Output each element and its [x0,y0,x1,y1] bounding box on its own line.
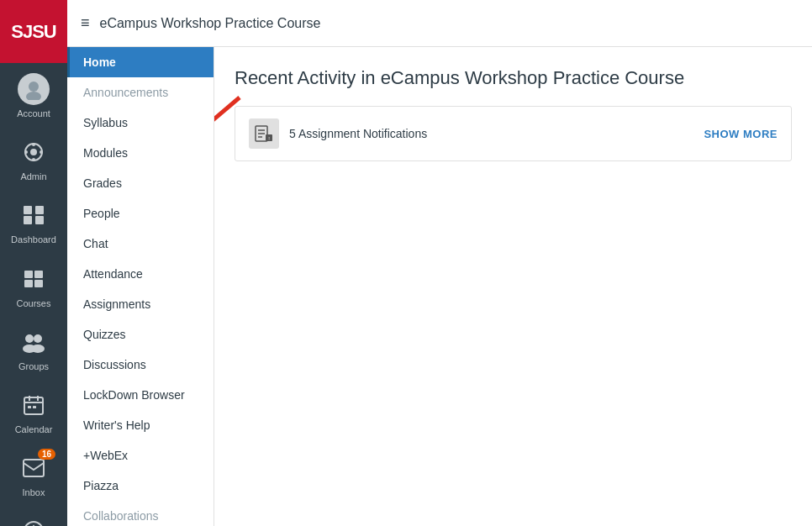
nav-people[interactable]: People [67,198,214,229]
dashboard-label: Dashboard [11,234,56,245]
svg-point-19 [31,345,45,353]
svg-rect-11 [35,216,44,224]
course-nav: Home Announcements Syllabus Modules Grad… [67,47,214,526]
page-content: Recent Activity in eCampus Workshop Prac… [214,47,812,526]
svg-point-5 [32,158,35,161]
global-nav: SJSU Account Admin [0,0,67,526]
nav-item-account[interactable]: Account [0,63,67,126]
svg-point-3 [30,149,37,155]
sjsu-logo: SJSU [0,0,67,63]
svg-point-1 [26,92,41,100]
nav-announcements: Announcements [67,77,214,108]
nav-writers-help[interactable]: Writer's Help [67,410,214,440]
svg-rect-15 [34,280,43,287]
nav-discussions[interactable]: Discussions [67,350,214,380]
activity-card: ! 5 Assignment Notifications SHOW MORE [235,106,792,161]
svg-rect-9 [35,206,44,214]
nav-quizzes[interactable]: Quizzes [67,319,214,350]
svg-rect-14 [24,280,33,287]
nav-item-commons[interactable]: Commons [0,505,67,526]
svg-rect-13 [34,271,43,278]
nav-modules[interactable]: Modules [67,138,214,168]
courses-icon [18,263,50,295]
svg-point-6 [24,150,28,154]
show-more-button[interactable]: SHOW MORE [704,128,778,140]
nav-item-inbox[interactable]: 16 Inbox [0,442,67,505]
commons-icon [18,515,50,526]
nav-item-dashboard[interactable]: Dashboard [0,189,67,252]
groups-icon [18,326,50,358]
inbox-badge: 16 [38,449,55,460]
main-content: ≡ eCampus Workshop Practice Course Home … [67,0,812,526]
nav-webex[interactable]: +WebEx [67,440,214,471]
svg-rect-10 [24,216,32,224]
nav-chat[interactable]: Chat [67,229,214,259]
groups-label: Groups [18,361,49,372]
svg-point-4 [32,143,35,146]
admin-label: Admin [20,171,46,182]
page-title: Recent Activity in eCampus Workshop Prac… [235,67,792,89]
arrow-annotation [214,47,298,383]
svg-rect-8 [24,206,32,214]
nav-lockdown[interactable]: LockDown Browser [67,380,214,410]
nav-grades[interactable]: Grades [67,168,214,198]
svg-rect-25 [33,406,36,408]
nav-item-courses[interactable]: Courses [0,253,67,316]
svg-point-16 [25,334,34,343]
svg-rect-12 [24,271,33,278]
nav-collaborations[interactable]: Collaborations [67,501,214,526]
account-icon [18,73,50,105]
activity-notification-text: 5 Assignment Notifications [289,127,704,140]
nav-item-admin[interactable]: Admin [0,126,67,189]
admin-icon [18,136,50,168]
nav-piazza[interactable]: Piazza [67,471,214,501]
hamburger-icon[interactable]: ≡ [81,14,90,32]
svg-point-7 [40,150,43,154]
inbox-label: Inbox [23,487,45,498]
svg-rect-26 [24,460,44,476]
svg-point-0 [29,82,39,92]
content-area: Home Announcements Syllabus Modules Grad… [67,47,812,526]
svg-rect-24 [28,406,31,408]
nav-item-groups[interactable]: Groups [0,316,67,379]
nav-assignments[interactable]: Assignments [67,289,214,319]
calendar-icon [18,389,50,421]
nav-item-calendar[interactable]: Calendar [0,379,67,442]
assignment-notification-icon: ! [249,118,279,149]
courses-label: Courses [17,298,51,309]
calendar-label: Calendar [15,424,53,435]
nav-attendance[interactable]: Attendance [67,259,214,289]
nav-home[interactable]: Home [67,47,214,77]
nav-syllabus[interactable]: Syllabus [67,108,214,138]
svg-point-17 [34,334,42,343]
header-course-title: eCampus Workshop Practice Course [100,16,321,31]
account-label: Account [17,108,50,119]
dashboard-icon [18,199,50,231]
top-header: ≡ eCampus Workshop Practice Course [67,0,812,47]
